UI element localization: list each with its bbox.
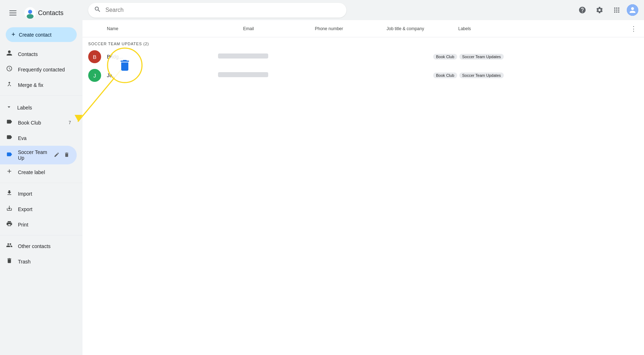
soccer-label-actions xyxy=(52,151,71,159)
sidebar-item-export[interactable]: Export xyxy=(0,201,77,217)
search-icon xyxy=(94,6,101,15)
column-name: Name xyxy=(107,26,243,31)
contact-name-2: Ju... xyxy=(107,73,218,78)
avatar-J: J xyxy=(88,69,101,82)
divider-2 xyxy=(0,183,82,183)
import-label: Import xyxy=(18,191,32,197)
search-input[interactable] xyxy=(105,7,341,13)
sidebar-header: Contacts xyxy=(0,3,82,23)
other-contacts-icon xyxy=(6,242,13,250)
soccer-team-label: Soccer Team Up xyxy=(18,149,47,161)
label-icon-eva xyxy=(6,134,13,142)
plus-icon: + xyxy=(11,31,15,38)
sidebar-item-eva[interactable]: Eva xyxy=(0,130,77,146)
label-chip-book-club-2: Book Club xyxy=(433,73,457,78)
export-icon xyxy=(6,205,13,213)
book-club-label: Book Club xyxy=(18,120,41,126)
contacts-nav-label: Contacts xyxy=(18,51,38,57)
sidebar: Contacts + Create contact Contacts Frequ… xyxy=(0,0,82,355)
frequently-contacted-label: Frequently contacted xyxy=(18,67,65,73)
column-email: Email xyxy=(243,26,315,31)
blurred-email-2 xyxy=(218,72,268,77)
section-label: SOCCER TEAM UPDATES (2) xyxy=(82,37,644,47)
contact-labels-1: Book Club Soccer Team Updates xyxy=(433,54,638,60)
table-row[interactable]: J Ju... Book Club Soccer Team Updates xyxy=(82,66,644,85)
main-content: Name Email Phone number Job title & comp… xyxy=(82,0,644,355)
hamburger-icon xyxy=(9,10,16,15)
help-button[interactable] xyxy=(575,3,589,17)
create-label-text: Create label xyxy=(18,169,45,175)
hamburger-menu-button[interactable] xyxy=(6,6,20,20)
column-job: Job title & company xyxy=(387,26,458,31)
trash-label: Trash xyxy=(18,259,30,265)
time-icon xyxy=(6,65,13,74)
divider-3 xyxy=(0,235,82,235)
divider-1 xyxy=(0,95,82,96)
table-row[interactable]: B Bridg... Book Club Soccer Team Updates xyxy=(82,47,644,66)
contact-name-1: Bridg... xyxy=(107,54,218,60)
person-icon xyxy=(6,50,13,58)
create-contact-label: Create contact xyxy=(19,32,52,38)
app-name: Contacts xyxy=(38,9,63,17)
eva-label: Eva xyxy=(18,135,27,141)
sidebar-item-soccer-team-updates[interactable]: Soccer Team Up xyxy=(0,146,77,164)
labels-header[interactable]: Labels xyxy=(0,100,77,115)
sidebar-item-import[interactable]: Import xyxy=(0,186,77,201)
sidebar-item-print[interactable]: Print xyxy=(0,217,77,232)
chevron-down-icon xyxy=(6,104,12,111)
blurred-email-1 xyxy=(218,53,268,59)
topbar-icons xyxy=(575,3,638,17)
svg-point-3 xyxy=(27,14,33,19)
sidebar-item-trash[interactable]: Trash xyxy=(0,254,77,269)
print-label: Print xyxy=(18,222,28,228)
label-chip-soccer-1: Soccer Team Updates xyxy=(459,54,504,60)
contact-labels-2: Book Club Soccer Team Updates xyxy=(433,73,638,78)
sidebar-item-merge-fix[interactable]: Merge & fix xyxy=(0,77,77,93)
import-icon xyxy=(6,190,13,198)
sidebar-item-other-contacts[interactable]: Other contacts xyxy=(0,238,77,254)
create-contact-button[interactable]: + Create contact xyxy=(6,27,77,42)
apps-button[interactable] xyxy=(610,3,624,17)
delete-label-button[interactable] xyxy=(62,151,71,159)
sidebar-item-frequently-contacted[interactable]: Frequently contacted xyxy=(0,62,77,77)
labels-section: Labels Book Club 7 Eva Soccer Team Up xyxy=(0,100,82,180)
contact-list: SOCCER TEAM UPDATES (2) B Bridg... Book … xyxy=(82,37,644,355)
column-phone: Phone number xyxy=(315,26,387,31)
merge-fix-label: Merge & fix xyxy=(18,82,43,88)
book-club-badge: 7 xyxy=(68,120,71,125)
avatar-B: B xyxy=(88,50,101,63)
svg-point-1 xyxy=(28,10,32,14)
contact-email-1 xyxy=(218,53,290,60)
label-icon-book-club xyxy=(6,118,13,127)
app-logo: Contacts xyxy=(24,7,63,19)
contacts-logo-icon xyxy=(24,7,36,19)
label-icon-soccer xyxy=(6,151,13,159)
contact-email-2 xyxy=(218,72,290,79)
topbar xyxy=(82,0,644,20)
column-labels: Labels xyxy=(458,26,629,31)
create-label-item[interactable]: Create label xyxy=(0,164,77,180)
other-contacts-label: Other contacts xyxy=(18,243,51,249)
label-chip-soccer-2: Soccer Team Updates xyxy=(459,73,504,78)
label-chip-book-club-1: Book Club xyxy=(433,54,457,60)
search-container xyxy=(88,3,346,18)
edit-label-button[interactable] xyxy=(52,151,61,159)
export-label: Export xyxy=(18,206,32,212)
merge-icon xyxy=(6,81,13,89)
user-avatar[interactable] xyxy=(627,4,638,16)
list-header: Name Email Phone number Job title & comp… xyxy=(82,20,644,37)
settings-button[interactable] xyxy=(592,3,607,17)
more-options-button[interactable]: ⋮ xyxy=(629,23,638,34)
plus-label-icon xyxy=(6,168,13,176)
trash-icon xyxy=(6,257,13,266)
print-icon xyxy=(6,220,13,229)
sidebar-item-contacts[interactable]: Contacts xyxy=(0,46,77,62)
labels-title: Labels xyxy=(17,105,32,111)
sidebar-item-book-club[interactable]: Book Club 7 xyxy=(0,115,77,130)
